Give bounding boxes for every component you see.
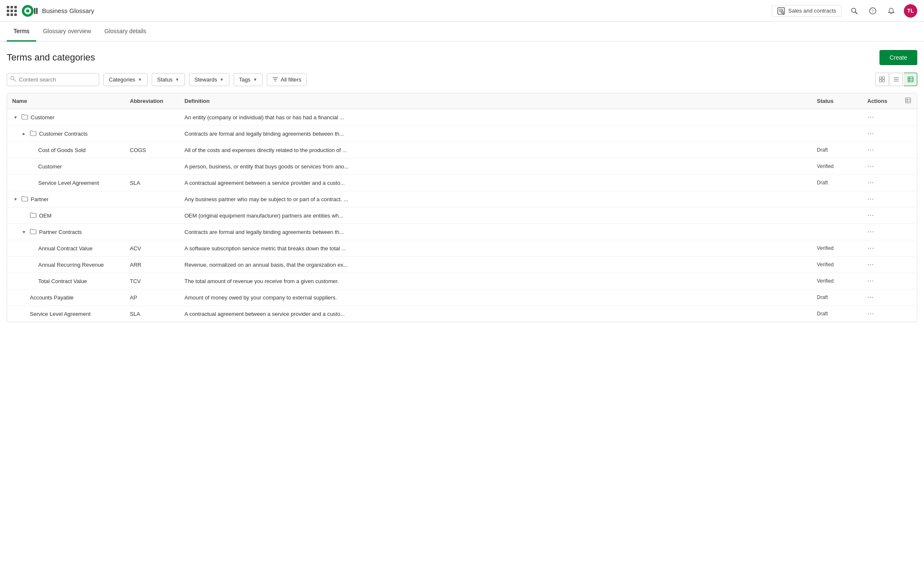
col-header-name: Name [7, 93, 125, 109]
toolbar: Categories ▼ Status ▼ Stewards ▼ Tags ▼ … [7, 73, 917, 86]
glossary-context-badge[interactable]: Sales and contracts [772, 5, 842, 17]
actions-cell[interactable]: ··· [862, 306, 900, 322]
app-menu-icon[interactable] [7, 6, 17, 16]
abbreviation-cell: SLA [125, 175, 179, 191]
stewards-filter-button[interactable]: Stewards ▼ [189, 73, 229, 86]
svg-rect-26 [908, 77, 913, 82]
col-header-settings[interactable] [900, 93, 917, 109]
expand-collapse-button[interactable]: ▼ [21, 228, 27, 235]
actions-cell[interactable]: ··· [862, 224, 900, 240]
name-cell: Customer [7, 158, 125, 175]
terms-table: Name Abbreviation Definition Status Acti… [7, 93, 917, 322]
actions-cell[interactable]: ··· [862, 175, 900, 191]
definition-cell: All of the costs and expenses directly r… [179, 142, 812, 158]
expand-collapse-button[interactable]: ▼ [12, 114, 19, 121]
row-name-label: Customer [38, 163, 62, 170]
search-input-wrap [7, 73, 99, 86]
categories-filter-button[interactable]: Categories ▼ [103, 73, 147, 86]
status-cell [812, 191, 862, 207]
user-avatar[interactable]: TL [904, 4, 917, 18]
search-icon[interactable] [848, 5, 860, 17]
stewards-filter-label: Stewards [195, 76, 217, 83]
table-view-button[interactable] [904, 73, 917, 86]
actions-cell[interactable]: ··· [862, 142, 900, 158]
settings-cell [900, 273, 917, 289]
svg-rect-4 [36, 8, 37, 14]
abbreviation-cell [125, 158, 179, 175]
all-filters-label: All filters [281, 76, 301, 83]
status-chevron-icon: ▼ [175, 77, 179, 82]
page-header: Terms and categories Create [7, 50, 917, 65]
folder-icon [30, 212, 37, 219]
actions-cell[interactable]: ··· [862, 191, 900, 207]
status-cell [812, 224, 862, 240]
name-cell: ►Customer Contracts [7, 126, 125, 142]
expand-collapse-button[interactable]: ▼ [12, 196, 19, 202]
expand-collapse-button[interactable]: ► [21, 130, 27, 137]
actions-cell[interactable]: ··· [862, 289, 900, 306]
filter-icon [272, 76, 278, 82]
notifications-icon[interactable] [885, 5, 897, 17]
name-cell: OEM [7, 207, 125, 224]
settings-cell [900, 207, 917, 224]
definition-cell: Revenue, normalized on an annual basis, … [179, 257, 812, 273]
status-cell: Verified [812, 240, 862, 257]
status-filter-button[interactable]: Status ▼ [152, 73, 185, 86]
name-cell: Annual Contract Value [7, 240, 125, 257]
row-name-label: Service Level Agreement [38, 180, 99, 186]
tags-filter-button[interactable]: Tags ▼ [234, 73, 263, 86]
table-row: Service Level AgreementSLAA contractual … [7, 306, 917, 322]
grid-view-button[interactable] [875, 73, 889, 86]
settings-cell [900, 175, 917, 191]
all-filters-button[interactable]: All filters [267, 73, 307, 86]
tab-glossary-overview[interactable]: Glossary overview [36, 22, 97, 42]
tab-glossary-details[interactable]: Glossary details [98, 22, 153, 42]
tab-terms[interactable]: Terms [7, 22, 36, 42]
row-name-label: Annual Contract Value [38, 245, 92, 252]
actions-cell[interactable]: ··· [862, 126, 900, 142]
row-name-label: Total Contract Value [38, 278, 87, 284]
status-filter-label: Status [157, 76, 173, 83]
col-header-actions: Actions [862, 93, 900, 109]
actions-cell[interactable]: ··· [862, 109, 900, 126]
top-navigation: Business Glossary Sales and contracts [0, 0, 924, 22]
name-cell: ▼Partner [7, 191, 125, 207]
definition-cell: OEM (original equipment manufacturer) pa… [179, 207, 812, 224]
status-cell [812, 126, 862, 142]
stewards-chevron-icon: ▼ [220, 77, 224, 82]
table-row: ▼Partner ContractsContracts are formal a… [7, 224, 917, 240]
svg-text:?: ? [872, 8, 874, 13]
name-cell: ▼Partner Contracts [7, 224, 125, 240]
name-cell: Service Level Agreement [7, 175, 125, 191]
abbreviation-cell [125, 109, 179, 126]
svg-rect-22 [882, 80, 885, 82]
settings-cell [900, 257, 917, 273]
tabs-bar: Terms Glossary overview Glossary details [0, 22, 924, 42]
row-name-label: Customer [31, 114, 54, 121]
actions-cell[interactable]: ··· [862, 240, 900, 257]
definition-cell: A person, business, or entity that buys … [179, 158, 812, 175]
status-cell [812, 109, 862, 126]
help-icon[interactable]: ? [867, 5, 879, 17]
status-cell: Verified [812, 257, 862, 273]
table-row: Cost of Goods SoldCOGSAll of the costs a… [7, 142, 917, 158]
nav-action-icons: ? TL [848, 4, 917, 18]
table-header-row: Name Abbreviation Definition Status Acti… [7, 93, 917, 109]
definition-cell: A contractual agreement between a servic… [179, 306, 812, 322]
actions-cell[interactable]: ··· [862, 207, 900, 224]
abbreviation-cell: AP [125, 289, 179, 306]
app-title: Business Glossary [42, 7, 94, 14]
tags-chevron-icon: ▼ [253, 77, 257, 82]
table-row: CustomerA person, business, or entity th… [7, 158, 917, 175]
search-input[interactable] [7, 73, 99, 86]
row-name-label: Annual Recurring Revenue [38, 262, 104, 268]
actions-cell[interactable]: ··· [862, 158, 900, 175]
create-button[interactable]: Create [879, 50, 917, 65]
name-cell: Total Contract Value [7, 273, 125, 289]
svg-rect-30 [906, 98, 911, 103]
view-toggle-buttons [875, 73, 917, 86]
actions-cell[interactable]: ··· [862, 257, 900, 273]
list-view-button[interactable] [890, 73, 903, 86]
actions-cell[interactable]: ··· [862, 273, 900, 289]
settings-cell [900, 289, 917, 306]
